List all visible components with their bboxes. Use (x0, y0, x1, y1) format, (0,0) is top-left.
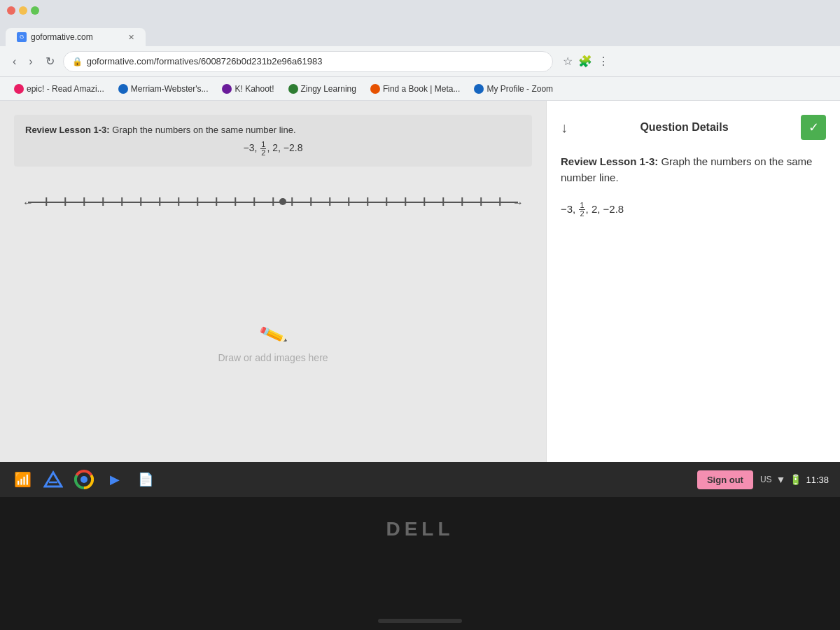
tab-favicon: G (17, 32, 27, 42)
laptop-bezel: DELL (0, 497, 840, 630)
draw-hint: Draw or add images here (218, 352, 328, 363)
nl-tick (159, 197, 160, 206)
nl-tick (442, 197, 444, 206)
bookmark-kahoot-label: K! Kahoot! (234, 84, 274, 94)
nl-tick (234, 197, 236, 206)
nav-bar: ‹ › ↻ 🔒 goformative.com/formatives/60087… (0, 46, 840, 77)
taskbar-google-icon[interactable] (42, 468, 64, 491)
close-window-btn[interactable] (7, 6, 15, 15)
refresh-button[interactable]: ↻ (41, 50, 59, 72)
taskbar-time-display: 11:38 (806, 475, 829, 485)
url-text: goformative.com/formatives/6008726b0d231… (87, 56, 323, 66)
tab-close-icon[interactable]: ✕ (128, 33, 134, 42)
nl-tick (46, 197, 47, 206)
browser-frame: G goformative.com ✕ ‹ › ↻ 🔒 goformative.… (0, 0, 840, 462)
bookmark-zingy-icon (288, 84, 298, 94)
question-values: −3, 12, 2, −2.8 (25, 141, 521, 157)
nl-dot (279, 198, 286, 205)
bookmark-epic-label: epic! - Read Amazi... (27, 84, 104, 94)
lock-icon: 🔒 (72, 57, 83, 66)
dell-logo: DELL (386, 518, 454, 540)
bookmark-merriam-icon (118, 84, 128, 94)
browser-actions: ☆ 🧩 ⋮ (563, 55, 609, 68)
question-box: Review Lesson 1-3: Graph the numbers on … (14, 115, 532, 167)
details-fraction-half: 12 (579, 202, 584, 218)
nl-tick (140, 197, 141, 206)
nl-right-arrow: → (512, 197, 524, 209)
bookmark-findbook-label: Find a Book | Meta... (383, 84, 461, 94)
nl-tick (291, 197, 293, 206)
nl-tick (424, 197, 425, 206)
bookmark-myprofile-label: My Profile - Zoom (486, 84, 553, 94)
arrow-down-button[interactable]: ↓ (561, 120, 568, 136)
active-tab[interactable]: G goformative.com ✕ (6, 28, 146, 46)
details-label-prefix: Review Lesson 1-3: (561, 155, 658, 167)
details-panel: ↓ Question Details ✓ Review Lesson 1-3: … (546, 101, 840, 462)
bookmark-merriam-label: Merriam-Webster's... (131, 84, 209, 94)
maximize-window-btn[interactable] (31, 6, 39, 15)
bookmark-epic-icon (14, 84, 24, 94)
nl-tick (405, 197, 406, 206)
bookmark-star-icon[interactable]: ☆ (563, 55, 573, 68)
number-line: ← → (function(){ const container = docum… (21, 192, 525, 213)
address-bar[interactable]: 🔒 goformative.com/formatives/6008726b0d2… (63, 51, 553, 72)
bookmark-findbook[interactable]: Find a Book | Meta... (365, 81, 466, 97)
nl-tick (386, 197, 387, 206)
back-button[interactable]: ‹ (8, 51, 20, 72)
details-values: −3, 12, 2, −2.8 (561, 203, 624, 215)
taskbar-locale: US (760, 475, 772, 484)
question-label-text: Graph the numbers on the same number lin… (110, 125, 296, 135)
question-label: Review Lesson 1-3: Graph the numbers on … (25, 125, 521, 135)
pencil-icon: ✏️ (258, 320, 288, 350)
nl-left-arrow: ← (22, 197, 34, 209)
nl-tick (499, 197, 500, 206)
forward-button[interactable]: › (24, 51, 36, 72)
details-title: Question Details (640, 121, 728, 134)
bookmark-epic[interactable]: epic! - Read Amazi... (8, 81, 110, 97)
bookmark-merriam[interactable]: Merriam-Webster's... (113, 81, 214, 97)
taskbar-play-icon[interactable]: ▶ (104, 468, 126, 491)
nl-tick (367, 197, 368, 206)
window-controls (7, 6, 39, 15)
bezel-bottom (0, 540, 840, 630)
nl-tick (310, 197, 312, 206)
nl-tick (216, 197, 217, 206)
bookmark-zingy-label: Zingy Learning (301, 84, 356, 94)
bookmark-kahoot-icon (222, 84, 232, 94)
taskbar-files-icon[interactable]: 📄 (134, 468, 157, 491)
nl-tick (272, 197, 274, 206)
bookmark-zingy[interactable]: Zingy Learning (283, 81, 362, 97)
details-header: ↓ Question Details ✓ (561, 115, 826, 140)
speaker-grille (378, 619, 462, 623)
draw-area[interactable]: ✏️ Draw or add images here (14, 238, 532, 448)
taskbar-chrome-icon[interactable] (73, 468, 95, 491)
minimize-window-btn[interactable] (19, 6, 27, 15)
taskbar-wifi-icon[interactable]: 📶 (11, 468, 34, 491)
bookmark-findbook-icon (370, 84, 380, 94)
nl-tick (348, 197, 349, 206)
extension-icon[interactable]: 🧩 (578, 55, 592, 68)
svg-marker-0 (45, 472, 62, 486)
tab-title: goformative.com (31, 32, 93, 42)
sign-out-button[interactable]: Sign out (697, 470, 753, 489)
bookmark-kahoot[interactable]: K! Kahoot! (216, 81, 279, 97)
nl-tick (197, 197, 198, 206)
nl-tick (83, 197, 85, 206)
svg-point-3 (80, 476, 88, 483)
menu-icon[interactable]: ⋮ (598, 55, 609, 68)
nl-tick (121, 197, 122, 206)
fraction-half: 12 (260, 141, 266, 157)
title-bar (0, 0, 840, 21)
question-label-prefix: Review Lesson 1-3: (25, 125, 110, 135)
nl-tick (178, 197, 179, 206)
number-line-container: ← → (function(){ const container = docum… (14, 178, 532, 227)
check-button[interactable]: ✓ (801, 115, 826, 140)
bookmark-myprofile[interactable]: My Profile - Zoom (468, 81, 559, 97)
taskbar-system-info: US ▼ 🔋 11:38 (760, 474, 829, 485)
nl-tick (253, 197, 255, 206)
bookmark-myprofile-icon (474, 84, 484, 94)
question-panel: Review Lesson 1-3: Graph the numbers on … (0, 101, 546, 462)
tab-bar: G goformative.com ✕ (0, 21, 840, 46)
details-question: Review Lesson 1-3: Graph the numbers on … (561, 154, 826, 218)
nl-tick (329, 197, 330, 206)
